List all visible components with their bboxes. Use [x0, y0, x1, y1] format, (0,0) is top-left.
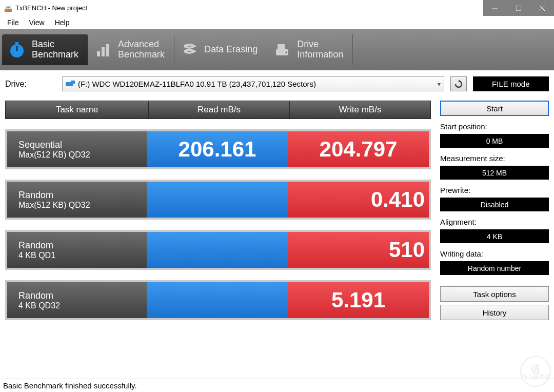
task-cell: Random Max(512 KB) QD32: [7, 182, 147, 218]
refresh-button[interactable]: [450, 76, 467, 91]
write-value: 5.191: [288, 282, 429, 318]
bars-icon: [93, 40, 113, 60]
drive-value: (F:) WDC WD120EMAZ-11BLFA0 10.91 TB (23,…: [78, 80, 316, 88]
status-text: Basic Benchmark finished successfully.: [3, 381, 137, 390]
result-row-random-qd1: Random 4 KB QD1 510: [5, 230, 431, 270]
erase-icon: [180, 40, 199, 60]
svg-rect-11: [102, 47, 105, 56]
msize-label: Measurement size:: [440, 154, 549, 163]
startpos-value[interactable]: 0 MB: [440, 134, 549, 148]
window-controls: [483, 0, 554, 16]
write-value: 204.797: [288, 131, 429, 167]
history-button[interactable]: History: [440, 305, 549, 320]
read-value: [147, 182, 288, 218]
content: Drive: (F:) WDC WD120EMAZ-11BLFA0 10.91 …: [0, 70, 554, 323]
tab-basic-benchmark[interactable]: BasicBenchmark: [2, 34, 88, 65]
align-label: Alignment:: [440, 218, 549, 226]
file-mode-button[interactable]: FILE mode: [473, 76, 549, 91]
svg-rect-8: [15, 42, 18, 45]
result-row-random-qd32: Random 4 KB QD32 5.191: [5, 280, 431, 320]
menu-file[interactable]: File: [2, 17, 24, 28]
tab-bar: BasicBenchmark AdvancedBenchmark Data Er…: [0, 29, 554, 70]
start-button[interactable]: Start: [440, 101, 549, 116]
svg-rect-10: [97, 51, 100, 56]
align-value[interactable]: 4 KB: [440, 229, 549, 243]
window-title: TxBENCH - New project: [15, 4, 87, 12]
write-value: 0.410: [288, 182, 429, 218]
menu-help[interactable]: Help: [50, 17, 75, 28]
tab-label: BasicBenchmark: [32, 40, 78, 60]
wdata-value[interactable]: Random number: [440, 261, 549, 275]
task-cell: Sequential Max(512 KB) QD32: [7, 131, 147, 167]
drive-row: Drive: (F:) WDC WD120EMAZ-11BLFA0 10.91 …: [5, 76, 549, 91]
svg-point-15: [286, 51, 287, 53]
header-task: Task name: [5, 101, 149, 119]
drive-label: Drive:: [5, 80, 56, 89]
menu-view[interactable]: View: [24, 17, 50, 28]
svg-rect-12: [106, 44, 109, 56]
drive-icon: [66, 81, 75, 88]
tab-label: DriveInformation: [297, 40, 343, 60]
chevron-down-icon: ▾: [438, 81, 441, 88]
prewrite-label: Prewrite:: [440, 186, 549, 194]
task-cell: Random 4 KB QD32: [7, 282, 147, 318]
svg-rect-14: [278, 44, 285, 49]
startpos-label: Start position:: [440, 122, 549, 131]
result-row-random-max: Random Max(512 KB) QD32 0.410: [5, 180, 431, 220]
maximize-button[interactable]: [507, 0, 530, 16]
msize-value[interactable]: 512 MB: [440, 166, 549, 180]
results-table: Task name Read mB/s Write mB/s Sequentia…: [5, 101, 431, 320]
tab-advanced-benchmark[interactable]: AdvancedBenchmark: [88, 34, 174, 65]
table-header: Task name Read mB/s Write mB/s: [5, 101, 431, 119]
svg-rect-17: [71, 81, 75, 84]
tab-drive-information[interactable]: DriveInformation: [267, 34, 353, 65]
side-panel: Start Start position: 0 MB Measurement s…: [440, 101, 549, 320]
close-button[interactable]: [530, 0, 554, 16]
header-read: Read mB/s: [149, 101, 290, 119]
tab-data-erasing[interactable]: Data Erasing: [174, 34, 267, 65]
task-cell: Random 4 KB QD1: [7, 232, 147, 268]
read-value: [147, 282, 288, 318]
watermark: 值 什么值得买: [520, 356, 551, 387]
stopwatch-icon: [7, 40, 27, 60]
drive-info-icon: [272, 40, 292, 60]
svg-rect-0: [5, 9, 12, 12]
result-row-sequential: Sequential Max(512 KB) QD32 206.161 204.…: [5, 129, 431, 169]
menubar: File View Help: [0, 16, 554, 29]
status-bar: Basic Benchmark finished successfully.: [0, 379, 554, 392]
prewrite-value[interactable]: Disabled: [440, 198, 549, 211]
drive-select[interactable]: (F:) WDC WD120EMAZ-11BLFA0 10.91 TB (23,…: [62, 76, 444, 91]
minimize-button[interactable]: [483, 0, 507, 16]
svg-rect-2: [7, 7, 10, 8]
app-icon: [4, 4, 12, 12]
wdata-label: Writing data:: [440, 249, 549, 258]
write-value: 510: [288, 232, 429, 268]
read-value: [147, 232, 288, 268]
tab-label: Data Erasing: [204, 45, 258, 55]
tab-label: AdvancedBenchmark: [118, 40, 165, 60]
titlebar: TxBENCH - New project: [0, 0, 554, 16]
task-options-button[interactable]: Task options: [440, 286, 549, 302]
svg-rect-4: [516, 6, 521, 11]
read-value: 206.161: [147, 131, 288, 167]
header-write: Write mB/s: [290, 101, 431, 119]
